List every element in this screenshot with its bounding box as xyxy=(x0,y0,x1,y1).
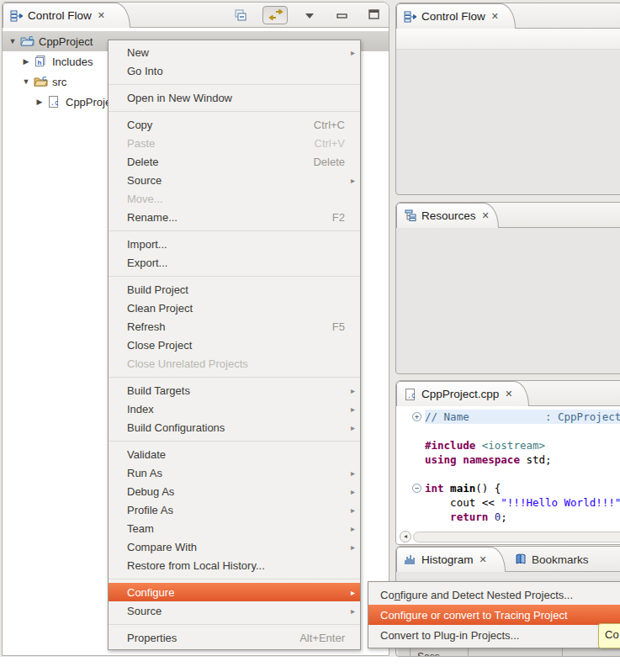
tab-bookmarks[interactable]: Bookmarks xyxy=(507,547,612,572)
menu-item-close-project[interactable]: Close Project xyxy=(109,336,360,354)
close-icon[interactable]: ✕ xyxy=(505,389,512,399)
menu-item-go-into[interactable]: Go Into xyxy=(109,61,360,80)
cpp-project-folder-icon: C xyxy=(20,34,34,48)
menu-item-clean-project[interactable]: Clean Project xyxy=(109,299,360,317)
menu-item-label: Export... xyxy=(127,257,345,269)
menu-item-source[interactable]: Source▸ xyxy=(109,171,360,189)
tab-resources[interactable]: Resources ✕ xyxy=(396,203,499,228)
menu-item-build-targets[interactable]: Build Targets▸ xyxy=(109,381,360,399)
left-tabstrip: Control Flow ✕ xyxy=(3,3,389,28)
menu-item-label: Clean Project xyxy=(127,302,345,315)
code-line: cout << "!!!Hello World!!!" << endl; xyxy=(396,495,620,510)
menu-item-open-in-new-window[interactable]: Open in New Window xyxy=(109,88,360,107)
menu-item-configure-or-convert-to-tracing-project[interactable]: Configure or convert to Tracing Project xyxy=(368,605,620,625)
tree-item-label: Includes xyxy=(52,56,93,68)
tooltip-text: Co xyxy=(605,628,619,641)
menu-item-configure-and-detect-nested-projects[interactable]: Configure and Detect Nested Projects... xyxy=(368,585,620,605)
tab-histogram[interactable]: Histogram ✕ xyxy=(396,547,506,572)
resources-icon xyxy=(404,209,417,223)
menu-separator xyxy=(109,377,360,378)
svg-text:.c: .c xyxy=(50,99,59,107)
maximize-button[interactable] xyxy=(363,6,384,24)
submenu-arrow-icon: ▸ xyxy=(351,48,355,57)
tree-item-label: CppProject xyxy=(39,35,93,48)
expand-arrow-icon[interactable]: ▶ xyxy=(34,98,45,106)
menu-item-configure[interactable]: Configure▸ xyxy=(109,583,360,601)
menu-item-team[interactable]: Team▸ xyxy=(109,519,360,537)
tab-control-flow-right[interactable]: Control Flow ✕ xyxy=(396,3,516,29)
menu-item-label: Team xyxy=(127,522,345,535)
expand-arrow-icon[interactable]: ▶ xyxy=(21,57,31,66)
menu-item-run-as[interactable]: Run As▸ xyxy=(109,463,360,482)
menu-item-validate[interactable]: Validate xyxy=(109,445,360,463)
menu-item-label: Source xyxy=(127,605,345,617)
close-icon[interactable]: ✕ xyxy=(482,210,490,221)
menu-item-label: Move... xyxy=(127,193,345,205)
menu-item-export[interactable]: Export... xyxy=(109,253,360,272)
tab-cppproject-cpp[interactable]: .c CppProject.cpp ✕ xyxy=(396,381,529,406)
menu-shortcut: F2 xyxy=(332,211,345,224)
menu-item-label: Properties xyxy=(127,632,279,644)
menu-item-source[interactable]: Source▸ xyxy=(109,601,360,620)
collapse-arrow-icon[interactable]: ▼ xyxy=(21,77,31,86)
menu-item-label: Configure xyxy=(127,586,345,599)
menu-item-restore-from-local-history[interactable]: Restore from Local History... xyxy=(109,556,360,574)
menu-item-copy[interactable]: CopyCtrl+C xyxy=(109,115,360,134)
menu-item-rename[interactable]: Rename...F2 xyxy=(109,208,360,226)
tab-control-flow-left[interactable]: Control Flow ✕ xyxy=(3,3,130,28)
menu-item-compare-with[interactable]: Compare With▸ xyxy=(109,537,360,556)
scrollbar-track[interactable] xyxy=(413,532,620,542)
menu-item-refresh[interactable]: RefreshF5 xyxy=(109,317,360,336)
menu-item-new[interactable]: New▸ xyxy=(109,43,360,61)
submenu-arrow-icon: ▸ xyxy=(351,405,355,414)
control-flow-icon xyxy=(10,9,24,23)
menu-item-label: Import... xyxy=(127,238,345,251)
code-text xyxy=(425,467,620,481)
tab-label: Control Flow xyxy=(28,9,92,22)
menu-item-profile-as[interactable]: Profile As▸ xyxy=(109,500,360,519)
svg-text:C: C xyxy=(42,76,46,82)
menu-item-label: Build Targets xyxy=(127,384,345,397)
tab-label: Histogram xyxy=(421,553,474,566)
view-menu-button[interactable] xyxy=(299,6,320,24)
code-text: using namespace std; xyxy=(425,452,620,467)
scroll-left-icon[interactable]: ◂ xyxy=(400,531,411,542)
c-file-icon: .c xyxy=(47,95,61,108)
close-icon[interactable]: ✕ xyxy=(491,11,499,22)
submenu-arrow-icon: ▸ xyxy=(351,524,355,533)
menu-item-label: New xyxy=(127,46,345,59)
menu-item-properties[interactable]: PropertiesAlt+Enter xyxy=(109,628,360,647)
bottom-tabstrip: Histogram ✕ Bookmarks xyxy=(396,547,620,572)
code-editor[interactable]: +// Name : CppProject.cpp#include <iostr… xyxy=(396,406,620,532)
minimize-button[interactable] xyxy=(331,6,352,24)
menu-item-import[interactable]: Import... xyxy=(109,235,360,253)
menu-item-label: Close Unrelated Projects xyxy=(127,357,345,370)
tab-label: Control Flow xyxy=(421,10,485,23)
menu-item-debug-as[interactable]: Debug As▸ xyxy=(109,482,360,500)
menu-item-label: Compare With xyxy=(127,541,345,553)
collapse-all-button[interactable] xyxy=(231,6,251,24)
submenu-arrow-icon: ▸ xyxy=(351,588,355,597)
menu-item-build-project[interactable]: Build Project xyxy=(109,280,360,299)
submenu-arrow-icon: ▸ xyxy=(351,505,355,515)
link-with-editor-button[interactable] xyxy=(262,6,288,24)
menu-item-delete[interactable]: DeleteDelete xyxy=(109,152,360,171)
horizontal-scrollbar[interactable]: ◂ xyxy=(400,531,620,542)
submenu-arrow-icon: ▸ xyxy=(351,606,355,616)
code-text: return 0; xyxy=(425,510,620,524)
submenu-arrow-icon: ▸ xyxy=(351,423,355,432)
menu-item-build-configurations[interactable]: Build Configurations▸ xyxy=(109,418,360,437)
menu-item-index[interactable]: Index▸ xyxy=(109,399,360,418)
editor-view[interactable]: .c CppProject.cpp ✕ +// Name : CppProjec… xyxy=(395,380,620,545)
editor-ruler xyxy=(396,510,425,524)
collapse-arrow-icon[interactable]: ▼ xyxy=(8,37,18,45)
editor-tabstrip: .c CppProject.cpp ✕ xyxy=(396,381,620,406)
fold-expand-icon[interactable]: + xyxy=(412,412,421,421)
menu-shortcut: Ctrl+V xyxy=(315,137,345,150)
menu-item-convert-to-plug-in-projects[interactable]: Convert to Plug-in Projects... xyxy=(368,625,620,645)
fold-collapse-icon[interactable]: − xyxy=(412,484,421,493)
close-icon[interactable]: ✕ xyxy=(480,554,487,565)
submenu-arrow-icon: ▸ xyxy=(351,487,355,496)
menu-item-label: Configure and Detect Nested Projects... xyxy=(380,589,617,601)
close-icon[interactable]: ✕ xyxy=(98,10,105,21)
